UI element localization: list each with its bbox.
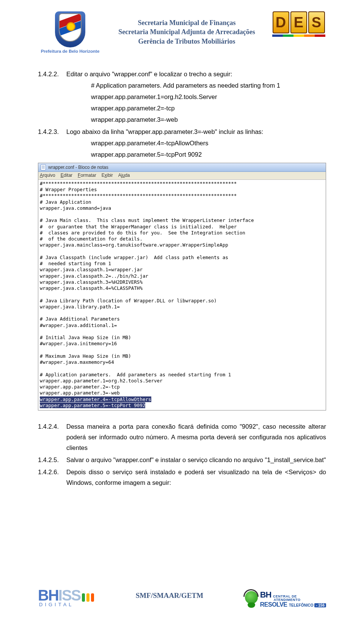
municipal-shield-icon xyxy=(55,11,85,47)
des-letter-d: D xyxy=(273,11,289,33)
municipal-name: Prefeitura de Belo Horizonte xyxy=(41,49,100,53)
notepad-menubar: Arquivo Editar Formatar Exibir Ajuda xyxy=(38,172,326,180)
step-number: 1.4.2.6. xyxy=(38,467,66,488)
content-body: 1.4.2.2. Editar o arquivo "wrapper.conf"… xyxy=(38,69,326,488)
step-1-4-2-5: 1.4.2.5. Salvar o arquivo "wrapper.conf"… xyxy=(38,454,326,465)
code-line: wrapper.app.parameter.1=org.h2.tools.Ser… xyxy=(38,91,326,102)
resolve-number: - 156 xyxy=(314,603,326,608)
code-line: wrapper.app.parameter.4=-tcpAllowOthers xyxy=(38,138,326,148)
header-line-3: Gerência de Tributos Mobiliários xyxy=(102,37,271,46)
resolve-word: RESOLVE xyxy=(260,601,287,608)
operator-head-icon xyxy=(245,591,258,604)
notepad-icon xyxy=(41,164,46,170)
notepad-title: wrapper.conf - Bloco de notas xyxy=(48,165,108,171)
bhiss-dots-icon xyxy=(82,593,94,604)
step-1-4-2-4: 1.4.2.4. Dessa maneira a porta para cone… xyxy=(38,421,326,453)
menu-formatar[interactable]: Formatar xyxy=(78,173,96,179)
municipal-logo-block: Prefeitura de Belo Horizonte xyxy=(38,11,102,53)
footer-center-text: SMF/SMAAR/GETM xyxy=(94,591,245,607)
notepad-content: #***************************************… xyxy=(40,181,254,396)
menu-exibir[interactable]: Exibir xyxy=(102,173,113,179)
step-text: Editar o arquivo "wrapper.conf" e locali… xyxy=(66,69,326,79)
menu-arquivo[interactable]: Arquivo xyxy=(40,173,55,179)
step-text: Salvar o arquivo "wrapper.conf" e instal… xyxy=(66,454,326,465)
notepad-titlebar: wrapper.conf - Bloco de notas xyxy=(38,163,326,172)
step-number: 1.4.2.4. xyxy=(38,421,66,453)
page-header: Prefeitura de Belo Horizonte Secretaria … xyxy=(38,11,326,53)
des-letter-e: E xyxy=(290,11,307,33)
step-1-4-2-3: 1.4.2.3. Logo abaixo da linha "wrapper.a… xyxy=(38,126,326,137)
des-logo-icon: D E S xyxy=(273,11,325,33)
header-titles: Secretaria Municipal de Finanças Secreta… xyxy=(102,11,271,46)
menu-ajuda[interactable]: Ajuda xyxy=(118,173,130,179)
page-footer: BHISS DIGITAL SMF/SMAAR/GETM BH CENTRAL … xyxy=(38,587,326,607)
step-1-4-2-6: 1.4.2.6. Depois disso o serviço será ins… xyxy=(38,467,326,488)
code-line: wrapper.app.parameter.2=-tcp xyxy=(38,103,326,113)
des-letter-s: S xyxy=(308,11,325,33)
des-color-bar xyxy=(272,35,325,37)
notepad-highlight-2: wrapper.app.parameter.5=-tcpPort 9092 xyxy=(40,403,145,408)
step-number: 1.4.2.2. xyxy=(38,69,66,79)
step-1-4-2-2: 1.4.2.2. Editar o arquivo "wrapper.conf"… xyxy=(38,69,326,79)
header-line-1: Secretaria Municipal de Finanças xyxy=(102,18,271,27)
resolve-bh: BH xyxy=(260,590,271,599)
header-line-2: Secretaria Municipal Adjunta de Arrecada… xyxy=(102,27,271,36)
resolve-telefonico: TELEFÔNICO xyxy=(289,603,314,607)
code-line: # Application parameters. Add parameters… xyxy=(38,80,326,91)
step-text: Dessa maneira a porta para conexão ficar… xyxy=(66,421,326,453)
bhiss-logo: BHISS DIGITAL xyxy=(38,587,94,607)
step-text: Depois disso o serviço será instalado e … xyxy=(66,467,326,488)
lower-steps: 1.4.2.4. Dessa maneira a porta para cone… xyxy=(38,421,326,488)
code-line: wrapper.app.parameter.3=-web xyxy=(38,114,326,125)
menu-editar[interactable]: Editar xyxy=(61,173,72,179)
code-line: wrapper.app.parameter.5=-tcpPort 9092 xyxy=(38,149,326,160)
notepad-screenshot: wrapper.conf - Bloco de notas Arquivo Ed… xyxy=(38,163,326,410)
step-number: 1.4.2.3. xyxy=(38,126,66,137)
resolve-logo: BH CENTRAL DE ATENDIMENTO RESOLVE TELEFÔ… xyxy=(245,591,326,607)
des-logo-block: D E S xyxy=(271,11,326,37)
notepad-body: #***************************************… xyxy=(38,180,326,410)
step-number: 1.4.2.5. xyxy=(38,454,66,465)
notepad-highlight-1: wrapper.app.parameter.4=-tcpAllowOthers xyxy=(40,396,151,402)
step-text: Logo abaixo da linha "wrapper.app.parame… xyxy=(66,126,326,137)
